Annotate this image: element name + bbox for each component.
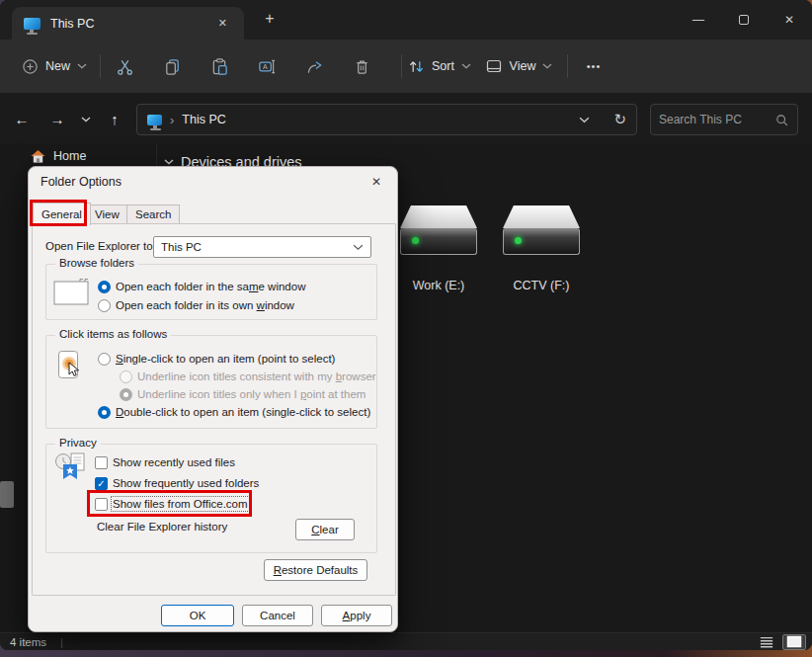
group-legend: Click items as follows	[55, 328, 171, 340]
radio-unselected[interactable]	[98, 299, 111, 312]
search-input[interactable]	[659, 113, 770, 126]
thumbnail-view-icon	[786, 635, 802, 648]
tab-close-icon[interactable]: ✕	[213, 15, 232, 32]
apply-button[interactable]: Apply	[321, 605, 392, 626]
option-same-window[interactable]: Open each folder in the same window	[98, 279, 305, 294]
drive-led	[412, 237, 419, 244]
radio-disabled	[120, 370, 132, 383]
drive-label[interactable]: Work (E:)	[400, 279, 477, 292]
address-dropdown-icon[interactable]	[579, 117, 590, 123]
drive-cctv-f[interactable]	[503, 205, 580, 255]
folder-window-icon	[53, 278, 90, 306]
ok-button[interactable]: OK	[161, 605, 234, 626]
more-options-button[interactable]: •••	[577, 46, 610, 86]
minimize-button[interactable]: —	[676, 0, 721, 40]
drive-icon	[503, 205, 580, 228]
option-own-window[interactable]: Open each folder in its own window	[98, 297, 294, 313]
this-pc-icon	[24, 18, 41, 30]
tab-view[interactable]: View	[86, 205, 128, 224]
restore-defaults-button[interactable]: Restore Defaults	[264, 559, 367, 581]
share-icon	[305, 57, 324, 76]
cut-button[interactable]	[101, 46, 148, 86]
explorer-tab[interactable]: This PC ✕	[12, 7, 244, 40]
paste-button[interactable]	[196, 46, 243, 86]
option-single-click[interactable]: Single-click to open an item (point to s…	[98, 351, 335, 367]
home-icon	[30, 148, 46, 164]
refresh-icon[interactable]: ↻	[613, 111, 626, 128]
cancel-button[interactable]: Cancel	[242, 605, 313, 626]
checkbox-unchecked[interactable]	[95, 456, 108, 469]
scrollbar-thumb[interactable]	[0, 481, 14, 508]
plus-circle-icon	[22, 58, 39, 75]
checkbox-checked[interactable]: ✓	[95, 477, 108, 490]
open-to-label: Open File Explorer to:	[45, 240, 156, 252]
option-double-click[interactable]: Double-click to open an item (single-cli…	[98, 404, 370, 420]
rename-button[interactable]: A	[243, 46, 290, 86]
toolbar-divider	[567, 54, 568, 78]
maximize-icon	[739, 15, 749, 25]
drive-led	[515, 237, 522, 244]
up-button[interactable]: ↑	[101, 106, 128, 132]
folder-options-dialog: Folder Options ✕ General View Search Ope…	[28, 166, 398, 632]
checkbox-frequently-used-folders[interactable]: ✓ Show frequently used folders	[95, 475, 259, 491]
drive-label[interactable]: CCTV (F:)	[503, 279, 580, 292]
chevron-down-icon	[542, 63, 552, 69]
command-bar: New A Sort View	[0, 40, 812, 93]
close-button[interactable]: ✕	[767, 0, 812, 40]
new-tab-button[interactable]: +	[257, 6, 283, 32]
search-icon	[774, 113, 789, 127]
view-button[interactable]: View	[482, 46, 555, 86]
group-legend: Privacy	[55, 437, 101, 449]
drive-work-e[interactable]	[400, 205, 477, 255]
chevron-down-icon	[81, 117, 91, 123]
search-box[interactable]	[650, 104, 798, 135]
new-button[interactable]: New	[16, 46, 93, 86]
annotation-box-office-checkbox	[87, 490, 252, 517]
cut-icon	[116, 57, 134, 76]
navigation-bar: ← → ↑ › This PC ↻	[0, 93, 812, 144]
share-button[interactable]	[290, 46, 338, 86]
collapse-chevron-icon[interactable]	[164, 159, 174, 165]
back-button[interactable]: ←	[8, 106, 36, 132]
privacy-documents-icon	[54, 452, 90, 481]
copy-button[interactable]	[148, 46, 196, 86]
item-count: 4 items	[10, 636, 46, 648]
radio-unselected[interactable]	[98, 353, 111, 366]
recent-locations-button[interactable]	[75, 106, 97, 132]
radio-selected[interactable]	[98, 281, 111, 293]
chevron-down-icon	[353, 244, 364, 251]
status-bar: 4 items |	[0, 632, 812, 650]
address-bar[interactable]: › This PC ↻	[136, 104, 637, 135]
checkbox-recently-used-files[interactable]: Show recently used files	[95, 454, 235, 470]
svg-text:A: A	[262, 62, 267, 70]
open-to-dropdown[interactable]: This PC	[153, 236, 371, 258]
dialog-titlebar: Folder Options ✕	[29, 167, 397, 197]
annotation-box-general-tab	[30, 200, 87, 226]
chevron-down-icon	[461, 63, 471, 69]
paste-icon	[210, 57, 229, 76]
radio-selected[interactable]	[98, 406, 111, 419]
delete-button[interactable]	[338, 46, 385, 86]
click-document-icon	[57, 350, 83, 383]
maximize-button[interactable]	[721, 0, 767, 40]
clear-button[interactable]: Clear	[295, 519, 355, 540]
tab-search[interactable]: Search	[126, 205, 180, 224]
breadcrumb[interactable]: This PC	[182, 113, 225, 126]
sort-icon	[408, 58, 425, 75]
forward-button[interactable]: →	[43, 106, 71, 132]
status-divider: |	[60, 636, 63, 648]
chevron-down-icon	[77, 63, 87, 69]
tab-bar: This PC ✕ + — ✕	[0, 0, 812, 40]
rename-icon: A	[258, 57, 277, 76]
details-view-button[interactable]	[755, 634, 778, 650]
thumbnail-view-button[interactable]	[782, 634, 806, 650]
radio-disabled-selected	[120, 388, 132, 401]
sidebar-item-home[interactable]: Home	[30, 148, 86, 164]
toolbar-divider	[401, 54, 402, 78]
clear-history-label: Clear File Explorer history	[97, 521, 227, 533]
dialog-title: Folder Options	[41, 175, 122, 189]
option-underline-browser: Underline icon titles consistent with my…	[120, 369, 376, 384]
dialog-close-icon[interactable]: ✕	[367, 173, 385, 191]
sort-button[interactable]: Sort	[407, 46, 472, 86]
view-icon	[485, 57, 503, 75]
